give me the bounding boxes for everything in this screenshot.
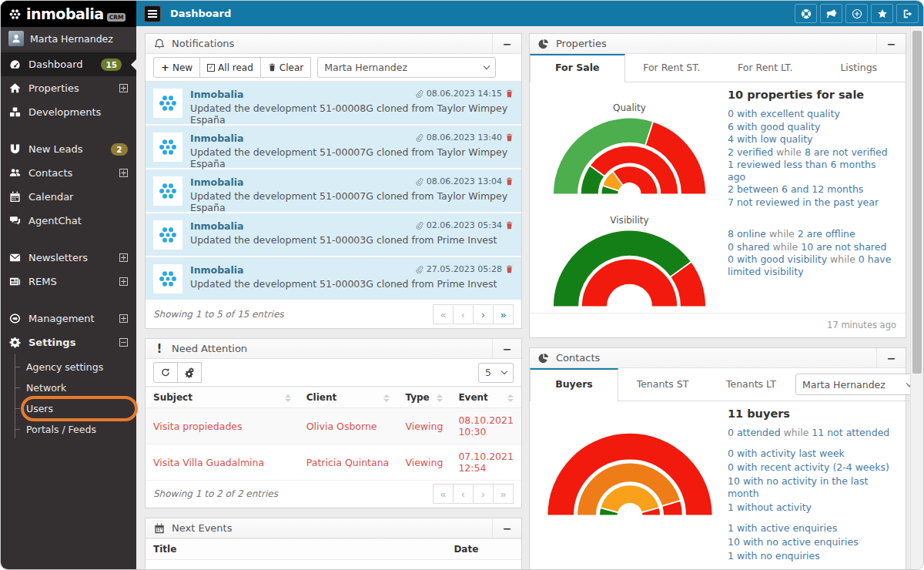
sidebar-item-developments[interactable]: Developments [1, 100, 136, 124]
clear-button[interactable]: Clear [260, 57, 311, 78]
sidebar-item-settings[interactable]: Settings− [1, 330, 136, 354]
tab-tenants-st[interactable]: Tenants ST [618, 368, 707, 401]
logout-icon [902, 8, 913, 19]
next-page-button[interactable]: › [473, 484, 494, 504]
last-updated-text: 17 minutes ago [530, 313, 906, 337]
menu-toggle-icon[interactable] [144, 5, 161, 22]
prev-page-button[interactable]: ‹ [453, 304, 474, 324]
notifications-filter-select[interactable]: Marta Hernandez [317, 57, 496, 78]
add-button[interactable] [845, 4, 868, 23]
sidebar-item-properties[interactable]: Properties+ [1, 76, 136, 100]
page-scrollbar[interactable] [910, 26, 923, 569]
newsletters-icon [9, 252, 21, 263]
tab-listings[interactable]: Listings [812, 54, 906, 82]
collapse-button[interactable]: − [876, 34, 906, 53]
sidebar-subitem-users[interactable]: Users [1, 398, 136, 419]
collapse-button[interactable]: − [876, 348, 906, 367]
all-read-button[interactable]: ✓All read [199, 57, 261, 78]
contacts-filter-select[interactable]: Marta Hernandez [795, 374, 919, 395]
notification-title: Inmobalia [190, 220, 244, 232]
expand-box-icon: + [119, 84, 128, 92]
sidebar-item-label: Settings [28, 337, 75, 348]
collapse-button[interactable]: − [492, 34, 521, 53]
last-page-button[interactable]: » [493, 484, 514, 504]
panel-title: Properties [556, 38, 607, 49]
sidebar-item-agentchat[interactable]: AgentChat [1, 209, 136, 233]
gears-icon [185, 367, 194, 378]
first-page-button[interactable]: « [433, 304, 454, 324]
announcements-icon [826, 8, 837, 19]
notification-item[interactable]: Inmobalia02.06.2023 05:34Updated the dev… [146, 213, 521, 257]
inmobalia-dots-icon [153, 264, 182, 293]
sidebar-subitem-agency-settings[interactable]: Agency settings [1, 357, 136, 377]
app-logo[interactable]: inmobalia CRM [1, 1, 136, 27]
stat-line: 6 with good quality [728, 121, 896, 133]
paperclip-icon [415, 221, 424, 230]
sidebar-item-calendar[interactable]: Calendar [1, 185, 136, 209]
table-cell: Visita Villa Guadalmina [146, 444, 299, 481]
properties-header: Properties − [530, 34, 906, 54]
stats-heading: 10 properties for sale [728, 89, 896, 101]
column-header-type[interactable]: Type [397, 387, 450, 408]
table-cell: Viewing [397, 408, 450, 444]
tab-for-rent-lt[interactable]: For Rent LT. [718, 54, 812, 82]
refresh-button[interactable] [153, 362, 178, 383]
buyers-stats: 11 buyers 0 attended while 11 not attend… [728, 401, 896, 570]
column-header-client[interactable]: Client [299, 387, 398, 408]
delete-notification-icon[interactable] [505, 177, 514, 186]
delete-notification-icon[interactable] [505, 89, 514, 98]
sidebar-item-label: REMS [28, 276, 57, 287]
stat-line: 0 with good visibility while 0 have limi… [728, 253, 896, 277]
sidebar-item-dashboard[interactable]: Dashboard15 [1, 52, 136, 76]
delete-notification-icon[interactable] [505, 221, 514, 230]
first-page-button[interactable]: « [433, 484, 454, 504]
sidebar-item-new-leads[interactable]: New Leads2 [1, 137, 136, 161]
delete-notification-icon[interactable] [505, 133, 514, 142]
pie-chart-icon [537, 38, 550, 50]
sidebar-subitem-network[interactable]: Network [1, 377, 136, 398]
next-page-button[interactable]: › [473, 304, 494, 324]
notification-item[interactable]: Inmobalia08.06.2023 13:04Updated the dev… [146, 169, 521, 213]
plus-icon: + [161, 62, 169, 73]
column-header-event[interactable]: Event [450, 387, 521, 408]
column-header-subject[interactable]: Subject [146, 387, 299, 408]
paperclip-icon [415, 89, 424, 98]
settings-button[interactable] [177, 362, 202, 383]
sidebar-item-management[interactable]: Management+ [1, 307, 136, 330]
support-button[interactable] [795, 4, 817, 23]
user-profile[interactable]: Marta Hernandez [1, 27, 136, 50]
sidebar-subitem-portals-feeds[interactable]: Portals / Feeds [1, 419, 136, 440]
notification-item[interactable]: Inmobalia27.05.2023 05:28Updated the dev… [146, 257, 521, 301]
tab-for-sale[interactable]: For Sale [530, 54, 625, 82]
notification-item[interactable]: Inmobalia08.06.2023 13:40Updated the dev… [146, 126, 521, 169]
topbar-actions [793, 4, 923, 23]
sidebar-item-rems[interactable]: REMS+ [1, 270, 136, 293]
table-row[interactable]: Visita Villa GuadalminaPatricia Quintana… [146, 444, 521, 481]
paperclip-icon [415, 265, 424, 273]
need-attention-table: SubjectClientTypeEvent Visita propiedade… [146, 387, 521, 481]
new-notification-button[interactable]: +New [153, 57, 200, 78]
tab-tenants-lt[interactable]: Tenants LT [707, 368, 795, 401]
sidebar-item-contacts[interactable]: Contacts+ [1, 161, 136, 185]
announcements-button[interactable] [820, 4, 842, 23]
tab-buyers[interactable]: Buyers [530, 368, 618, 401]
delete-notification-icon[interactable] [505, 265, 514, 273]
notification-text: Updated the development 51-00003G cloned… [190, 234, 514, 246]
collapse-button[interactable]: − [492, 339, 521, 358]
tab-for-rent-st[interactable]: For Rent ST. [625, 54, 719, 82]
notification-item[interactable]: Inmobalia08.06.2023 14:15Updated the dev… [146, 82, 521, 126]
quality-gauge-block: Quality [531, 82, 728, 209]
page-size-select[interactable]: 5 [478, 363, 514, 383]
stat-line: 0 with recent activity (2-4 weeks) [728, 461, 896, 474]
management-icon [9, 313, 21, 324]
need-attention-pager: «‹›» [434, 484, 514, 504]
last-page-button[interactable]: » [493, 304, 514, 324]
sidebar-item-newsletters[interactable]: Newsletters+ [1, 246, 136, 270]
table-row[interactable]: Visita propiedadesOlivia OsborneViewing0… [146, 408, 521, 444]
scrollbar-thumb[interactable] [912, 31, 922, 374]
logout-button[interactable] [896, 4, 919, 23]
favorites-button[interactable] [871, 4, 893, 23]
check-square-icon: ✓ [207, 64, 215, 72]
collapse-button[interactable]: − [492, 518, 521, 538]
prev-page-button[interactable]: ‹ [453, 484, 474, 504]
